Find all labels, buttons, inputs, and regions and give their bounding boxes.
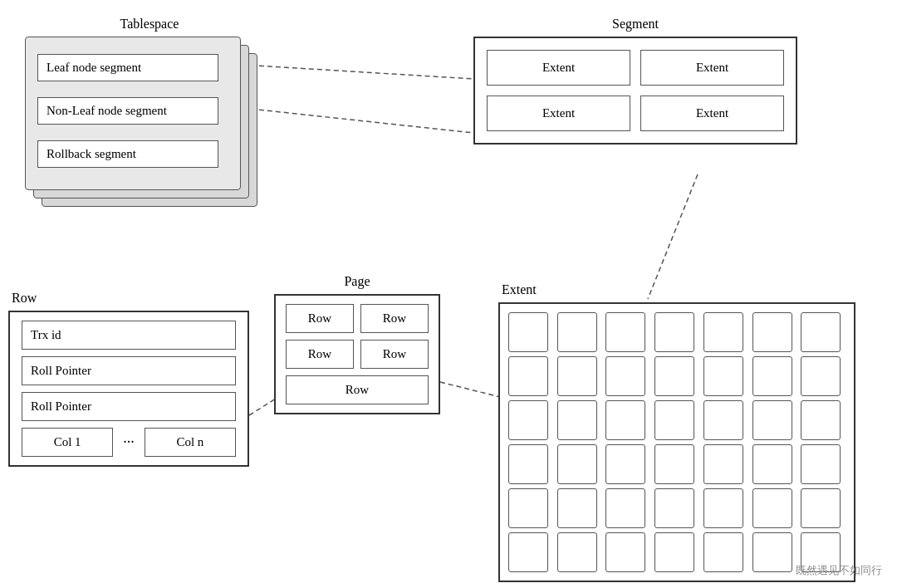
row-field-rollptr1: Roll Pointer (22, 356, 236, 385)
watermark: 既然遇见不如同行 (796, 563, 882, 578)
extent-page-cell-0-4 (703, 312, 743, 352)
extent-page-cell-5-3 (654, 532, 694, 572)
extent-page-cell-3-4 (703, 444, 743, 484)
row-field-trxid: Trx id (22, 321, 236, 350)
extent-page-cell-3-5 (752, 444, 792, 484)
tablespace-section: Tablespace Leaf node segment Non-Leaf no… (25, 17, 266, 228)
row-box: Trx id Roll Pointer Roll Pointer Col 1 ·… (8, 311, 249, 467)
extent-cell-2: Extent (487, 96, 630, 131)
extent-page-cell-5-5 (752, 532, 792, 572)
extent-page-cell-3-6 (801, 444, 841, 484)
extent-page-cell-4-4 (703, 488, 743, 528)
extent-page-cell-1-0 (508, 356, 548, 396)
extent-page-cell-5-4 (703, 532, 743, 572)
row-label: Row (12, 291, 249, 306)
svg-line-4 (249, 399, 276, 415)
extent-page-cell-2-2 (605, 400, 645, 440)
extent-page-cell-5-2 (605, 532, 645, 572)
page-section: Page Row Row Row Row Row (274, 274, 440, 414)
page-row-0-cell-0: Row (286, 304, 354, 333)
page-row-1: Row Row (286, 340, 429, 369)
extent-page-cell-0-0 (508, 312, 548, 352)
extent-page-cell-3-2 (605, 444, 645, 484)
extent-page-cell-1-1 (557, 356, 597, 396)
segment-box: Extent Extent Extent Extent (473, 37, 797, 145)
extent-page-cell-4-1 (557, 488, 597, 528)
extent-page-cell-1-6 (801, 356, 841, 396)
page-label: Page (274, 274, 440, 289)
extent-page-cell-0-3 (654, 312, 694, 352)
tablespace-stack: Leaf node segment Non-Leaf node segment … (25, 37, 266, 228)
extent-page-cell-0-2 (605, 312, 645, 352)
extent-section: Extent (498, 282, 855, 582)
page-row-0: Row Row (286, 304, 429, 333)
extent-page-cell-2-1 (557, 400, 597, 440)
extent-page-cell-4-0 (508, 488, 548, 528)
extent-page-cell-0-5 (752, 312, 792, 352)
extent-page-cell-4-6 (801, 488, 841, 528)
row-section: Row Trx id Roll Pointer Roll Pointer Col… (8, 291, 249, 467)
extent-page-cell-1-5 (752, 356, 792, 396)
extent-page-cell-1-2 (605, 356, 645, 396)
extent-page-cell-3-3 (654, 444, 694, 484)
page-row-0-cell-1: Row (360, 304, 429, 333)
extent-cell-1: Extent (640, 50, 784, 86)
extent-page-cell-5-1 (557, 532, 597, 572)
svg-line-2 (648, 174, 698, 299)
diagram-container: Tablespace Leaf node segment Non-Leaf no… (0, 0, 897, 588)
extent-page-cell-0-1 (557, 312, 597, 352)
svg-line-0 (243, 65, 473, 79)
extent-page-cell-2-6 (801, 400, 841, 440)
extent-page-cell-5-0 (508, 532, 548, 572)
row-field-rollptr2: Roll Pointer (22, 392, 236, 421)
segment-section: Segment Extent Extent Extent Extent (473, 17, 797, 145)
ts-segment-leaf: Leaf node segment (37, 54, 218, 81)
extent-page-cell-1-4 (703, 356, 743, 396)
segment-label: Segment (473, 17, 797, 32)
extent-page-cell-2-5 (752, 400, 792, 440)
extent-page-cell-2-0 (508, 400, 548, 440)
extent-page-cell-4-5 (752, 488, 792, 528)
page-row-2-cell-0: Row (286, 375, 429, 404)
row-dots: ··· (120, 434, 138, 451)
extent-cell-0: Extent (487, 50, 630, 86)
svg-line-1 (243, 108, 473, 133)
extent-label: Extent (502, 282, 855, 297)
page-row-2: Row (286, 375, 429, 404)
extent-page-cell-2-4 (703, 400, 743, 440)
row-coln: Col n (145, 428, 236, 457)
page-box: Row Row Row Row Row (274, 294, 440, 414)
extent-page-cell-0-6 (801, 312, 841, 352)
ts-segment-nonleaf: Non-Leaf node segment (37, 97, 218, 125)
extent-page-cell-3-0 (508, 444, 548, 484)
page-row-1-cell-1: Row (360, 340, 429, 369)
tablespace-label: Tablespace (33, 17, 266, 32)
extent-box (498, 302, 855, 582)
segment-grid: Extent Extent Extent Extent (487, 50, 784, 131)
row-col1: Col 1 (22, 428, 113, 457)
extent-cell-3: Extent (640, 96, 784, 131)
extent-page-cell-4-3 (654, 488, 694, 528)
extent-grid (508, 312, 846, 572)
tablespace-card-front: Leaf node segment Non-Leaf node segment … (25, 37, 241, 190)
row-cols: Col 1 ··· Col n (22, 428, 236, 457)
extent-page-cell-1-3 (654, 356, 694, 396)
extent-page-cell-4-2 (605, 488, 645, 528)
ts-segment-rollback: Rollback segment (37, 140, 218, 168)
svg-line-3 (440, 382, 507, 399)
page-row-1-cell-0: Row (286, 340, 354, 369)
extent-page-cell-2-3 (654, 400, 694, 440)
extent-page-cell-3-1 (557, 444, 597, 484)
